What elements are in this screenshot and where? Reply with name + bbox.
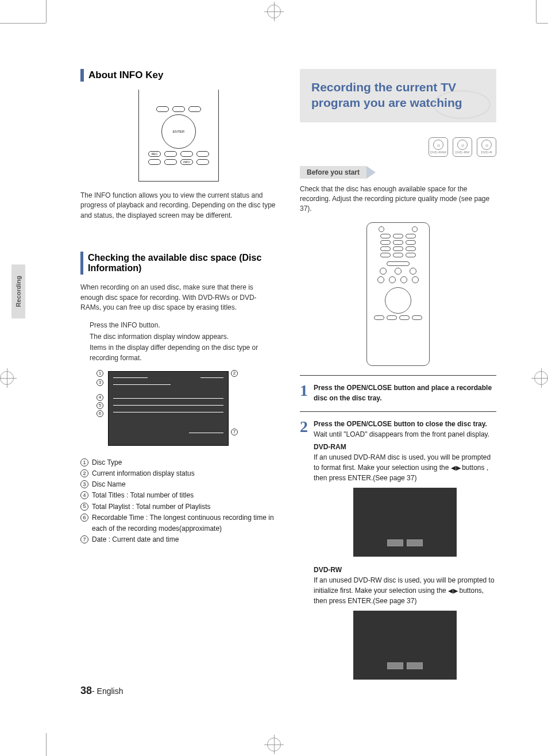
legend-item: 7Date : Current date and time — [80, 534, 277, 545]
before-start-text: Check that the disc has enough available… — [300, 184, 496, 214]
remote-diagram-icon: ENTER REC INFO — [138, 90, 219, 182]
window-appears-text: The disc information display window appe… — [90, 332, 277, 342]
registration-mark-icon — [267, 738, 281, 751]
checking-description: When recording on an used disc, make sur… — [80, 283, 277, 313]
format-dialog-screenshot — [353, 488, 457, 557]
step-number: 2 — [300, 419, 308, 688]
left-right-arrow-icon: ◀ ▶ — [448, 586, 457, 596]
legend-item: 1Disc Type — [80, 457, 277, 468]
legend-item: 5Total Playlist : Total number of Playli… — [80, 502, 277, 512]
dvd-ram-instruction: If an unused DVD-RAM disc is used, you w… — [314, 452, 496, 483]
disc-info-diagram: 1 3 4 5 6 2 7 — [98, 371, 236, 446]
step-2: 2 Press the OPEN/CLOSE button to close t… — [300, 419, 496, 688]
initialize-dialog-screenshot — [353, 611, 457, 680]
heading-checking-space: Checking the available disc space (Disc … — [80, 252, 277, 275]
legend-list: 1Disc Type 2Current information display … — [80, 457, 277, 546]
heading-text: Checking the available disc space (Disc … — [88, 253, 277, 273]
legend-item: 6Recordable Time : The longest continuou… — [80, 512, 277, 534]
step-1: 1 Press the OPEN/CLOSE button and place … — [300, 383, 496, 403]
items-differ-text: Items in the display differ depending on… — [90, 343, 277, 363]
page-number: 38- English — [80, 685, 124, 697]
dvd-ram-icon: ◎DVD-RAM — [429, 137, 448, 157]
disc-type-icons: ◎DVD-RAM ◎DVD-RW ◎DVD-R — [300, 137, 496, 157]
dvd-r-icon: ◎DVD-R — [477, 137, 496, 157]
left-right-arrow-icon: ◀ ▶ — [451, 463, 460, 473]
remote-full-diagram-icon — [366, 222, 430, 366]
info-description: The INFO function allows you to view the… — [80, 191, 277, 221]
legend-item: 3Disc Name — [80, 479, 277, 490]
heading-text: About INFO Key — [88, 70, 163, 81]
heading-about-info: About INFO Key — [80, 69, 277, 82]
before-start-banner: Before you start — [300, 166, 496, 179]
dvd-rw-icon: ◎DVD-RW — [453, 137, 472, 157]
step-number: 1 — [300, 383, 308, 403]
press-info-instruction: Press the INFO button. — [90, 321, 277, 330]
legend-item: 4Total Titles : Total number of titles — [80, 490, 277, 501]
banner-recording-tv: Recording the current TV program you are… — [300, 69, 496, 122]
dvd-rw-instruction: If an unused DVD-RW disc is used, you wi… — [314, 575, 496, 606]
arrow-right-icon — [366, 166, 376, 179]
legend-item: 2Current information display status — [80, 468, 277, 479]
